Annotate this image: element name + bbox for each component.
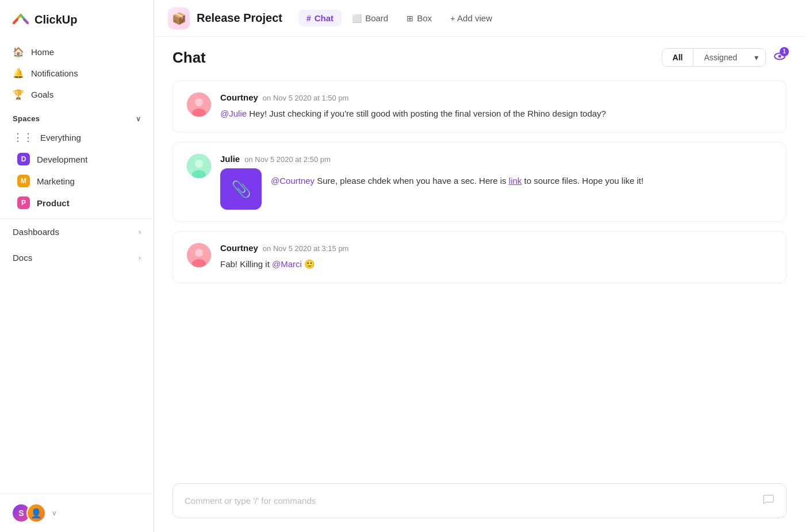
product-dot: P	[17, 196, 30, 209]
message-card-1: Courtney on Nov 5 2020 at 1:50 pm @Julie…	[172, 80, 787, 133]
add-view-button[interactable]: + Add view	[442, 10, 500, 26]
goals-icon: 🏆	[13, 89, 24, 100]
spaces-chevron-icon[interactable]: ∨	[136, 115, 141, 123]
sidebar-item-home[interactable]: 🏠 Home	[7, 41, 147, 63]
docs-label: Docs	[13, 253, 32, 263]
chat-header-right: All Assigned ▾ 1	[662, 48, 787, 67]
spaces-list: ⋮⋮ Everything D Development M Marketing …	[0, 126, 154, 214]
sidebar-item-marketing[interactable]: M Marketing	[5, 170, 149, 192]
chat-title: Chat	[172, 49, 206, 67]
marketing-label: Marketing	[37, 176, 75, 186]
logo[interactable]: ClickUp	[0, 0, 154, 39]
julie-avatar-img	[187, 154, 211, 178]
message-card-3: Courtney on Nov 5 2020 at 3:15 pm Fab! K…	[172, 231, 787, 283]
notifications-icon: 🔔	[13, 68, 24, 79]
add-view-label: + Add view	[450, 13, 492, 23]
message-meta-2: Julie on Nov 5 2020 at 2:50 pm	[220, 154, 772, 164]
everything-label: Everything	[40, 133, 81, 142]
avatar-courtney-2	[187, 243, 211, 267]
tab-board[interactable]: ⬜ Board	[344, 10, 396, 26]
project-title: Release Project	[197, 11, 282, 25]
message-body-3: Courtney on Nov 5 2020 at 3:15 pm Fab! K…	[220, 243, 772, 271]
comment-chat-icon	[762, 493, 775, 508]
tab-chat[interactable]: # Chat	[298, 10, 342, 26]
tab-chat-label: Chat	[315, 13, 334, 23]
sidebar-item-dashboards[interactable]: Dashboards ›	[0, 219, 154, 245]
sidebar-item-goals[interactable]: 🏆 Goals	[7, 84, 147, 105]
message-card-2: Julie on Nov 5 2020 at 2:50 pm 📎 @Courtn…	[172, 142, 787, 222]
clickup-logo-icon	[12, 10, 30, 29]
courtney-avatar-img-2	[187, 243, 211, 267]
marketing-dot: M	[17, 175, 30, 187]
avatar-stack: S 👤	[12, 503, 46, 523]
svg-point-9	[195, 249, 203, 257]
dashboards-chevron-icon: ›	[139, 228, 141, 236]
sidebar-section-extras: Dashboards › Docs ›	[0, 218, 154, 271]
home-icon: 🏠	[13, 47, 24, 57]
sidebar-item-goals-label: Goals	[31, 90, 53, 99]
tab-board-label: Board	[365, 13, 388, 23]
mention-marci: @Marci	[272, 259, 302, 269]
docs-chevron-icon: ›	[139, 253, 141, 262]
filter-all-button[interactable]: All	[662, 49, 694, 66]
dashboards-label: Dashboards	[13, 227, 59, 237]
sidebar-item-home-label: Home	[31, 47, 54, 57]
avatar-d[interactable]: 👤	[26, 503, 46, 523]
message-text-3: Fab! Killing it @Marci 🙂	[220, 257, 772, 271]
tab-box[interactable]: ⊞ Box	[398, 10, 440, 26]
attachment-block: 📎 @Courtney Sure, please chdek when you …	[220, 168, 772, 210]
sidebar-item-docs[interactable]: Docs ›	[0, 245, 154, 271]
message-time-2: on Nov 5 2020 at 2:50 pm	[244, 155, 331, 164]
sidebar-item-development[interactable]: D Development	[5, 148, 149, 170]
comment-input-area[interactable]: Comment or type '/' for commands	[172, 483, 787, 518]
chat-area: Chat All Assigned ▾ 1	[154, 37, 805, 532]
chat-header: Chat All Assigned ▾ 1	[154, 37, 805, 76]
spaces-label: Spaces	[13, 114, 40, 123]
avatar-julie	[187, 154, 211, 178]
sidebar-item-everything[interactable]: ⋮⋮ Everything	[0, 126, 154, 148]
footer-chevron-icon[interactable]: ∨	[52, 509, 57, 517]
message-author-3: Courtney	[220, 243, 258, 253]
messages-list: Courtney on Nov 5 2020 at 1:50 pm @Julie…	[154, 76, 805, 476]
message-meta-1: Courtney on Nov 5 2020 at 1:50 pm	[220, 92, 772, 102]
watch-button[interactable]: 1	[773, 49, 787, 66]
product-label: Product	[37, 198, 70, 208]
watch-badge: 1	[780, 47, 789, 56]
chat-bubble-icon	[762, 493, 775, 506]
board-icon: ⬜	[352, 14, 362, 23]
sidebar: ClickUp 🏠 Home 🔔 Notifications 🏆 Goals S…	[0, 0, 154, 532]
message-meta-3: Courtney on Nov 5 2020 at 3:15 pm	[220, 243, 772, 253]
filter-dropdown-icon: ▾	[754, 53, 758, 62]
message-text-2: @Courtney Sure, please chdek when you ha…	[271, 168, 643, 188]
message-author-2: Julie	[220, 154, 240, 164]
project-icon: 📦	[168, 7, 190, 29]
sidebar-footer: S 👤 ∨	[0, 494, 154, 532]
filter-assigned-button[interactable]: Assigned	[693, 49, 747, 66]
tab-list: # Chat ⬜ Board ⊞ Box + Add view	[298, 10, 500, 26]
sidebar-item-notifications-label: Notifications	[31, 68, 78, 78]
comment-placeholder: Comment or type '/' for commands	[185, 496, 762, 506]
development-dot: D	[17, 153, 30, 165]
courtney-avatar-img	[187, 92, 211, 117]
box-icon: ⊞	[407, 14, 413, 23]
svg-point-6	[195, 160, 203, 168]
sidebar-nav: 🏠 Home 🔔 Notifications 🏆 Goals	[0, 39, 154, 107]
source-link[interactable]: link	[509, 176, 522, 186]
spaces-header: Spaces ∨	[0, 107, 154, 126]
svg-point-3	[195, 98, 203, 106]
everything-icon: ⋮⋮	[13, 131, 33, 144]
message-time-3: on Nov 5 2020 at 3:15 pm	[263, 244, 349, 253]
chat-hash-icon: #	[306, 14, 311, 23]
attachment-icon[interactable]: 📎	[220, 168, 262, 210]
main-content: 📦 Release Project # Chat ⬜ Board ⊞ Box +…	[154, 0, 805, 532]
sidebar-item-notifications[interactable]: 🔔 Notifications	[7, 63, 147, 84]
message-time-1: on Nov 5 2020 at 1:50 pm	[263, 94, 349, 102]
development-label: Development	[37, 155, 87, 164]
message-text-1: @Julie Hey! Just checking if you're stil…	[220, 107, 772, 121]
sidebar-item-product[interactable]: P Product	[5, 192, 149, 214]
filter-dropdown-button[interactable]: ▾	[747, 49, 765, 66]
message-author-1: Courtney	[220, 92, 258, 102]
topbar: 📦 Release Project # Chat ⬜ Board ⊞ Box +…	[154, 0, 805, 37]
avatar-courtney-1	[187, 92, 211, 117]
mention-courtney: @Courtney	[271, 176, 315, 186]
